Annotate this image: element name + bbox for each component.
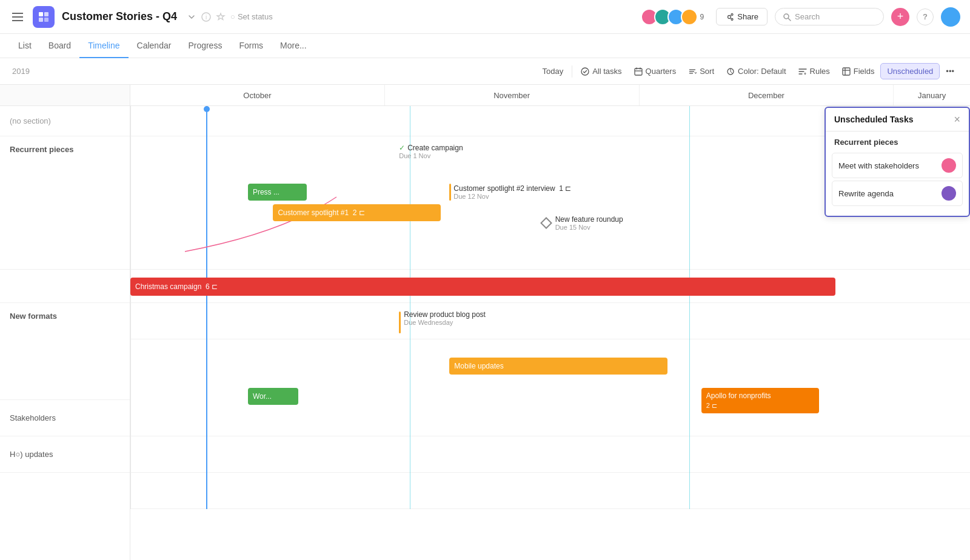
task-customer-spotlight-2-interview[interactable]: Customer spotlight #2 interview 1 ⊏ Due …	[449, 184, 571, 201]
task-wor[interactable]: Wor...	[248, 388, 298, 405]
unscheduled-task-meet-stakeholders[interactable]: Meet with stakeholders	[832, 153, 963, 178]
svg-point-11	[784, 14, 789, 19]
task-review-blog-post[interactable]: Review product blog post Due Wednesday	[399, 310, 486, 333]
svg-rect-1	[44, 12, 48, 16]
more-options-button[interactable]: •••	[940, 64, 960, 79]
check-circle-icon	[581, 67, 589, 76]
section-recurrent-pieces: Recurrent pieces	[0, 136, 130, 270]
search-box[interactable]: Search	[775, 8, 884, 25]
user-avatar[interactable]	[941, 7, 960, 27]
task-mobile-updates[interactable]: Mobile updates	[449, 358, 667, 375]
unscheduled-task-rewrite-agenda[interactable]: Rewrite agenda	[832, 181, 963, 206]
svg-point-8	[731, 18, 733, 20]
task-press[interactable]: Press ...	[248, 184, 307, 201]
tab-board[interactable]: Board	[40, 34, 79, 58]
calendar-icon	[634, 67, 643, 76]
chevron-down-icon[interactable]	[187, 12, 196, 22]
svg-rect-2	[39, 18, 43, 22]
section-new-formats: New formats	[0, 303, 130, 400]
section-no-section: (no section)	[0, 106, 130, 136]
year-label: 2019	[10, 67, 30, 76]
info-icon[interactable]: i	[201, 12, 211, 22]
tab-calendar[interactable]: Calendar	[129, 34, 180, 58]
row-christmas: Christmas campaign 6 ⊏	[130, 270, 970, 303]
task-new-feature-roundup[interactable]: New feature roundup Due 15 Nov	[542, 215, 623, 231]
rules-icon	[798, 67, 807, 76]
fields-button[interactable]: Fields	[836, 64, 881, 79]
tab-more[interactable]: More...	[272, 34, 315, 58]
task-avatar-2	[942, 186, 956, 201]
svg-line-10	[731, 18, 731, 18]
avatar-4	[681, 8, 698, 25]
tab-timeline[interactable]: Timeline	[79, 34, 128, 58]
svg-rect-22	[843, 68, 850, 75]
share-button[interactable]: Share	[716, 8, 768, 25]
color-button[interactable]: Color: Default	[720, 64, 792, 79]
section-stakeholders: Stakeholders	[0, 400, 130, 436]
task-create-campaign[interactable]: ✓ Create campaign Due 1 Nov	[399, 144, 463, 159]
top-nav: Customer Stories - Q4 i ○ Set status 9	[0, 0, 970, 34]
svg-rect-3	[44, 18, 48, 22]
row-h-updates	[130, 473, 970, 509]
tab-progress[interactable]: Progress	[179, 34, 230, 58]
row-blog-review: Review product blog post Due Wednesday	[130, 303, 970, 339]
task-christmas-campaign[interactable]: Christmas campaign 6 ⊏	[130, 278, 835, 296]
add-button[interactable]: +	[891, 8, 909, 26]
unscheduled-title: Unscheduled Tasks	[834, 115, 913, 124]
timeline-wrapper: (no section) Recurrent pieces New format…	[0, 85, 970, 560]
row-new-formats: Mobile updates Wor... Apollo for nonprof…	[130, 339, 970, 436]
color-icon	[726, 67, 735, 76]
unscheduled-panel: Unscheduled Tasks × Recurrent pieces Mee…	[824, 107, 970, 217]
rules-button[interactable]: Rules	[792, 64, 836, 79]
unscheduled-close-button[interactable]: ×	[954, 114, 960, 125]
sort-button[interactable]: Sort	[682, 64, 720, 79]
month-october: October	[130, 85, 385, 105]
unscheduled-header: Unscheduled Tasks ×	[826, 108, 969, 132]
today-button[interactable]: Today	[537, 64, 570, 79]
separator-1	[572, 65, 572, 78]
month-november: November	[385, 85, 640, 105]
row-stakeholders	[130, 436, 970, 473]
task-customer-spotlight-1[interactable]: Customer spotlight #1 2 ⊏	[273, 204, 441, 221]
hamburger-menu[interactable]	[10, 10, 25, 24]
tab-forms[interactable]: Forms	[230, 34, 272, 58]
svg-line-12	[789, 18, 791, 21]
month-january: January	[894, 85, 970, 105]
avatar-count: 9	[700, 13, 704, 21]
section-h-updates: H○) updates	[0, 436, 130, 473]
month-december: December	[640, 85, 894, 105]
set-status-button[interactable]: ○ Set status	[230, 12, 273, 21]
project-title: Customer Stories - Q4	[62, 10, 177, 23]
sidebar: (no section) Recurrent pieces New format…	[0, 85, 130, 560]
tab-list[interactable]: List	[10, 34, 40, 58]
unscheduled-button[interactable]: Unscheduled	[880, 63, 940, 79]
search-icon	[783, 13, 791, 21]
task-avatar-1	[942, 158, 956, 173]
svg-point-13	[581, 68, 589, 75]
app-icon	[33, 6, 55, 28]
svg-rect-14	[635, 68, 642, 75]
svg-point-7	[731, 13, 733, 15]
section-christmas	[0, 270, 130, 303]
team-avatars[interactable]: 9	[641, 8, 704, 25]
month-headers: October November December January	[130, 85, 970, 106]
unscheduled-section-title: Recurrent pieces	[826, 132, 969, 150]
sort-icon	[688, 67, 697, 76]
task-apollo-nonprofits[interactable]: Apollo for nonprofits 2 ⊏	[701, 388, 819, 413]
share-icon	[725, 13, 734, 21]
all-tasks-button[interactable]: All tasks	[575, 64, 627, 79]
timeline-content: October November December January	[130, 85, 970, 560]
svg-line-9	[731, 15, 731, 16]
title-actions: i ○ Set status	[187, 12, 273, 22]
svg-text:i: i	[206, 14, 207, 21]
svg-rect-0	[39, 12, 43, 16]
star-icon[interactable]	[216, 12, 226, 22]
quarters-button[interactable]: Quarters	[628, 64, 683, 79]
toolbar: 2019 Today All tasks Quarters Sort	[0, 58, 970, 85]
sub-nav: List Board Timeline Calendar Progress Fo…	[0, 34, 970, 58]
help-button[interactable]: ?	[917, 8, 934, 25]
fields-icon	[842, 67, 851, 76]
